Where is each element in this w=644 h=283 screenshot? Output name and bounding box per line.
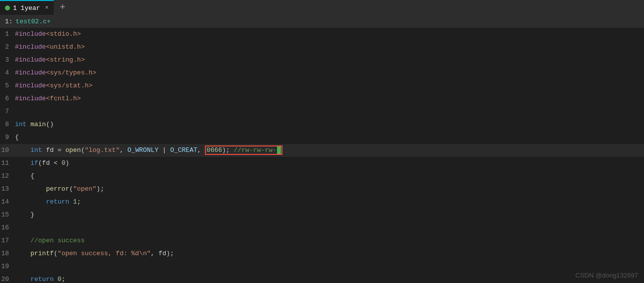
code-line-4: 4#include<sys/types.h> <box>0 67 644 79</box>
code-line-3: 3#include<string.h> <box>0 54 644 67</box>
line-number-19: 19 <box>0 260 15 273</box>
line-content-1: #include<stdio.h> <box>15 28 81 41</box>
token: ; <box>62 276 66 283</box>
code-line-17: 17 //open success <box>0 234 644 247</box>
token: //open success <box>15 237 85 244</box>
token: 0 <box>58 276 62 283</box>
token: <unistd.h> <box>46 43 85 51</box>
line-content-17: //open success <box>15 234 85 247</box>
line-content-5: #include<sys/stat.h> <box>15 79 92 92</box>
token: { <box>15 172 34 180</box>
code-line-12: 12 { <box>0 170 644 183</box>
line-content-10: int fd = open("log.txt", O_WRONLY | O_CR… <box>15 144 282 157</box>
line-content-11: if(fd < 0) <box>15 157 69 170</box>
line-number-11: 11 <box>0 157 15 170</box>
active-tab[interactable]: 1 1year × <box>0 0 54 15</box>
token: <stdio.h> <box>46 30 81 38</box>
line-content-9: { <box>15 131 19 144</box>
line-content-3: #include<string.h> <box>15 54 85 67</box>
kw-wronly: O_WRONLY <box>127 146 158 154</box>
kw-fd: fd = <box>46 146 65 154</box>
code-line-8: 8int main() <box>0 118 644 131</box>
kw-string: "log.txt" <box>85 146 119 154</box>
kw-comment: //rw-rw-rw- <box>234 146 276 154</box>
filepath-filename: test02.c+ <box>16 18 51 25</box>
token: perror <box>15 185 69 193</box>
token: #include <box>15 82 46 89</box>
line-number-7: 7 <box>0 105 15 118</box>
cursor-block <box>277 146 281 154</box>
line-content-6: #include<fcntl.h> <box>15 92 81 105</box>
token: return <box>15 276 58 283</box>
line-number-10: 10 <box>0 144 15 157</box>
new-tab-button[interactable]: + <box>56 0 70 14</box>
line-number-8: 8 <box>0 118 15 131</box>
code-line-7: 7 <box>0 105 644 118</box>
kw-creat: O_CREAT <box>170 146 197 154</box>
token: #include <box>15 30 46 38</box>
code-line-10: 10 int fd = open("log.txt", O_WRONLY | O… <box>0 144 644 157</box>
line-content-4: #include<sys/types.h> <box>15 67 96 79</box>
line-number-13: 13 <box>0 183 15 196</box>
token: ) <box>65 159 69 167</box>
token: <string.h> <box>46 56 85 64</box>
kw-open: open <box>65 146 81 154</box>
filepath-bar: 1: test02.c+ <box>0 15 644 28</box>
token: <sys/stat.h> <box>46 82 92 89</box>
token: ; <box>77 198 81 206</box>
line-number-14: 14 <box>0 196 15 209</box>
token: 1 <box>73 198 77 206</box>
line-number-16: 16 <box>0 221 15 234</box>
line-number-15: 15 <box>0 209 15 221</box>
line-number-17: 17 <box>0 234 15 247</box>
line-content-8: int main() <box>15 118 54 131</box>
token: int <box>15 121 30 128</box>
tab-bar: 1 1year × + <box>0 0 644 15</box>
tab-close-button[interactable]: × <box>45 4 49 11</box>
line-number-12: 12 <box>0 170 15 183</box>
code-line-2: 2#include<unistd.h> <box>0 41 644 54</box>
code-line-15: 15 } <box>0 209 644 221</box>
kw-comma2: , <box>197 146 205 154</box>
line-content-2: #include<unistd.h> <box>15 41 85 54</box>
token: printf <box>15 250 54 257</box>
code-container: 1#include<stdio.h>2#include<unistd.h>3#i… <box>0 28 644 283</box>
tab-label: 1 1year <box>13 4 40 12</box>
red-box-highlight: 0666); //rw-rw-rw- <box>205 145 282 155</box>
code-line-14: 14 return 1; <box>0 196 644 209</box>
token: if <box>15 159 38 167</box>
line-content-12: { <box>15 170 34 183</box>
token: (fd < <box>38 159 62 167</box>
line-number-4: 4 <box>0 67 15 79</box>
token: main <box>30 121 46 128</box>
code-line-5: 5#include<sys/stat.h> <box>0 79 644 92</box>
line-number-6: 6 <box>0 92 15 105</box>
line-content-14: return 1; <box>15 196 81 209</box>
line-number-3: 3 <box>0 54 15 67</box>
token: "open" <box>73 185 96 193</box>
kw-mode: 0666 <box>206 146 222 154</box>
token: return <box>15 198 73 206</box>
code-line-13: 13 perror("open"); <box>0 183 644 196</box>
line-content-18: printf("open success, fd: %d\n", fd); <box>15 247 174 260</box>
token: () <box>46 121 54 128</box>
code-line-6: 6#include<fcntl.h> <box>0 92 644 105</box>
token: <fcntl.h> <box>46 95 81 102</box>
filepath-number: 1: <box>5 18 13 25</box>
code-line-9: 9{ <box>0 131 644 144</box>
token: ); <box>96 185 104 193</box>
token: } <box>15 211 34 218</box>
token: #include <box>15 95 46 102</box>
kw-paren-close: ); <box>222 146 234 154</box>
line-number-5: 5 <box>0 79 15 92</box>
code-line-18: 18 printf("open success, fd: %d\n", fd); <box>0 247 644 260</box>
line-number-18: 18 <box>0 247 15 260</box>
code-line-11: 11 if(fd < 0) <box>0 157 644 170</box>
token: #include <box>15 43 46 51</box>
code-line-20: 20 return 0; <box>0 273 644 283</box>
token: { <box>15 134 19 141</box>
tab-status-dot <box>5 5 10 10</box>
line-number-2: 2 <box>0 41 15 54</box>
line-number-9: 9 <box>0 131 15 144</box>
token: <sys/types.h> <box>46 69 96 76</box>
